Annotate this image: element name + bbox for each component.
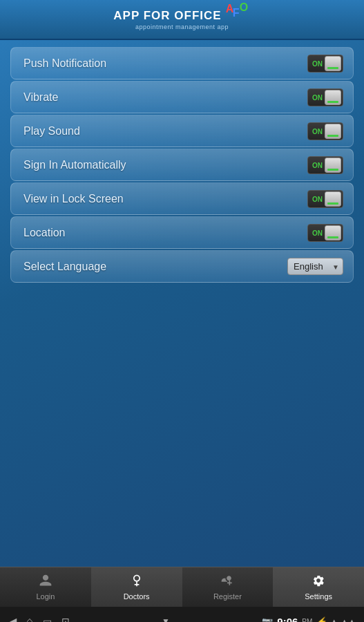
location-toggle[interactable]: ON — [307, 224, 343, 242]
sign-in-auto-knob — [325, 158, 341, 173]
location-toggle-state: ON — [312, 229, 323, 236]
sign-in-auto-toggle-state: ON — [312, 161, 323, 169]
push-notification-row[interactable]: Push Notification ON — [10, 47, 354, 79]
app-logo: APP FOR OFFICE A F O appointment managem… — [113, 8, 250, 30]
location-label: Location — [23, 227, 66, 239]
back-button[interactable]: ◀ — [8, 615, 17, 623]
push-notification-toggle-state: ON — [312, 59, 323, 67]
vibrate-knob — [325, 90, 341, 105]
tab-register[interactable]: Register — [182, 567, 274, 607]
nav-center: ▼ — [162, 616, 170, 622]
tab-register-label: Register — [213, 592, 242, 601]
toggle-bar — [327, 67, 338, 69]
screenshot-button[interactable]: ⊡ — [61, 616, 70, 622]
status-am-pm: PM — [302, 618, 312, 623]
toggle-bar — [327, 202, 338, 205]
toggle-bar — [327, 169, 338, 171]
view-lock-screen-row[interactable]: View in Lock Screen ON — [10, 182, 354, 215]
language-select[interactable]: English Spanish French German Arabic — [287, 258, 343, 275]
bluetooth-icon: ⚡ — [316, 616, 327, 623]
signal-icon: ▲ — [329, 616, 338, 623]
tab-login[interactable]: Login — [0, 567, 91, 607]
doctors-icon — [130, 574, 144, 591]
settings-panel: Push Notification ON Vibrate ON Play Sou… — [0, 40, 364, 567]
recent-apps-button[interactable]: ▭ — [43, 616, 52, 622]
toggle-bar — [327, 135, 338, 137]
play-sound-toggle-state: ON — [312, 127, 323, 135]
system-nav-bar: ◀ ⌂ ▭ ⊡ ▼ 📷 9:06 PM ⚡ ▲ ▲▲ — [0, 607, 364, 622]
sign-in-auto-toggle[interactable]: ON — [307, 156, 343, 174]
app-title: APP FOR OFFICE A F O — [113, 8, 250, 23]
tab-bar: Login Doctors Register Settings — [0, 567, 364, 607]
vibrate-label: Vibrate — [23, 91, 58, 104]
view-lock-screen-label: View in Lock Screen — [23, 193, 124, 205]
view-lock-screen-knob — [325, 191, 341, 207]
location-knob — [325, 225, 341, 241]
status-bar: 📷 9:06 PM ⚡ ▲ ▲▲ — [262, 616, 356, 623]
wifi-icon: ▲▲ — [341, 617, 356, 622]
sign-in-auto-label: Sign In Automatically — [23, 159, 126, 171]
app-header: APP FOR OFFICE A F O appointment managem… — [0, 0, 364, 40]
tab-settings-label: Settings — [305, 592, 332, 601]
settings-icon — [312, 574, 325, 591]
camera-icon: 📷 — [262, 616, 273, 623]
tab-doctors[interactable]: Doctors — [91, 567, 182, 607]
location-row[interactable]: Location ON — [10, 216, 354, 249]
status-time: 9:06 — [277, 616, 298, 623]
language-row[interactable]: Select Language English Spanish French G… — [10, 250, 354, 283]
vibrate-row[interactable]: Vibrate ON — [10, 81, 354, 113]
language-label: Select Language — [23, 261, 106, 273]
svg-rect-1 — [134, 584, 139, 585]
vibrate-toggle[interactable]: ON — [307, 88, 343, 106]
app-subtitle: appointment management app — [135, 23, 229, 30]
tab-settings[interactable]: Settings — [273, 567, 364, 607]
vibrate-toggle-state: ON — [312, 93, 323, 101]
play-sound-label: Play Sound — [23, 125, 80, 138]
push-notification-label: Push Notification — [23, 57, 106, 70]
nav-down-icon[interactable]: ▼ — [162, 616, 170, 622]
push-notification-knob — [325, 56, 341, 71]
toggle-bar — [327, 101, 338, 103]
tab-doctors-label: Doctors — [124, 592, 150, 601]
tab-login-label: Login — [36, 592, 55, 601]
nav-left-buttons: ◀ ⌂ ▭ ⊡ — [8, 615, 70, 623]
app-name-text: APP FOR OFFICE — [113, 9, 221, 23]
sign-in-auto-row[interactable]: Sign In Automatically ON — [10, 149, 354, 181]
login-icon — [39, 574, 52, 591]
register-icon — [220, 574, 234, 591]
status-icons: ⚡ ▲ ▲▲ — [316, 616, 356, 623]
home-button[interactable]: ⌂ — [26, 615, 33, 622]
push-notification-toggle[interactable]: ON — [307, 55, 343, 73]
play-sound-row[interactable]: Play Sound ON — [10, 115, 354, 147]
logo-letter-o: O — [240, 1, 249, 14]
play-sound-knob — [325, 124, 341, 139]
play-sound-toggle[interactable]: ON — [307, 122, 343, 140]
toggle-bar — [327, 236, 338, 238]
language-select-container: English Spanish French German Arabic ▼ — [287, 258, 343, 275]
view-lock-screen-toggle[interactable]: ON — [307, 190, 343, 208]
view-lock-screen-toggle-state: ON — [312, 195, 323, 202]
